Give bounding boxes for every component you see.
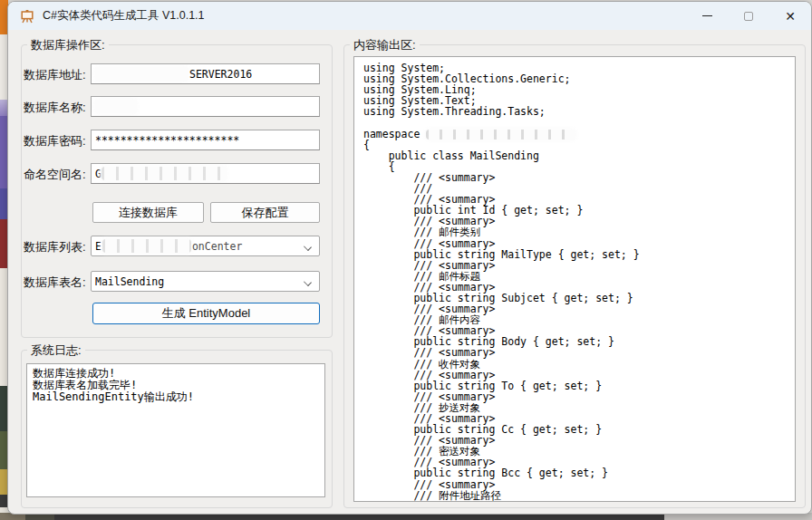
db-list-visible-prefix: E [95,240,102,253]
system-log-group: 系统日志: 数据库连接成功! 数据库表名加载完毕! MailSendingEnt… [21,350,333,508]
window-controls: ✕ [686,2,811,30]
titlebar[interactable]: C#实体类代码生成工具 V1.0.1.1 ✕ [8,2,811,30]
code-after-namespace: { public class MailSending { /// <summar… [363,139,640,502]
redaction-blur [426,130,575,140]
db-password-label: 数据库密码: [24,133,86,149]
chevron-down-icon [304,243,312,251]
table-name-dropdown[interactable]: MailSending [91,271,320,292]
close-icon: ✕ [785,10,796,23]
maximize-button[interactable] [728,2,769,30]
app-easel-icon [20,9,34,24]
log-line: MailSendingEntity输出成功! [33,391,319,403]
redaction-blur [95,100,137,113]
table-name-value: MailSending [95,275,164,288]
db-list-label: 数据库列表: [24,239,86,255]
connect-db-button[interactable]: 连接数据库 [92,202,204,223]
db-operations-group: 数据库操作区: 数据库地址: SERVER2016 数据库名称: 数据库密码: … [21,44,333,338]
db-address-input[interactable]: SERVER2016 [91,63,320,84]
minimize-button[interactable] [686,2,728,30]
table-name-label: 数据库表名: [24,274,86,291]
namespace-visible-text: G [95,168,102,180]
generated-code: using System; using System.Collections.G… [354,57,795,502]
app-window: C#实体类代码生成工具 V1.0.1.1 ✕ 数据库操作区: 数据库地址: SE… [7,1,812,515]
redaction-blur [102,167,227,180]
system-log-group-title: 系统日志: [27,342,85,359]
chevron-down-icon [304,278,312,286]
save-config-button[interactable]: 保存配置 [210,202,320,223]
db-name-label: 数据库名称: [24,100,86,116]
db-address-label: 数据库地址: [24,67,86,83]
db-address-visible-text: SERVER2016 [189,68,252,81]
redaction-blur [95,67,188,81]
db-password-value: *********************** [95,134,239,147]
maximize-icon [744,12,753,21]
db-operations-group-title: 数据库操作区: [27,37,109,53]
content-output-group-title: 内容输出区: [350,37,420,53]
db-list-visible-suffix: onCenter [192,240,242,253]
content-output-group: 内容输出区: using System; using System.Collec… [343,44,806,508]
minimize-icon [702,15,712,16]
window-title: C#实体类代码生成工具 V1.0.1.1 [43,8,205,24]
db-name-input[interactable] [91,96,320,117]
close-button[interactable]: ✕ [769,2,811,30]
namespace-label: 命名空间名: [24,167,86,183]
db-password-input[interactable]: *********************** [91,130,320,150]
redaction-blur [102,239,191,253]
code-before-namespace: using System; using System.Collections.G… [363,62,570,140]
code-output-textarea[interactable]: using System; using System.Collections.G… [353,56,796,502]
generate-entitymodel-button[interactable]: 生成 EntityModel [92,303,320,324]
db-list-dropdown[interactable]: E onCenter [91,236,320,256]
namespace-input[interactable]: G [91,163,320,184]
system-log-textarea[interactable]: 数据库连接成功! 数据库表名加载完毕! MailSendingEntity输出成… [26,363,325,497]
